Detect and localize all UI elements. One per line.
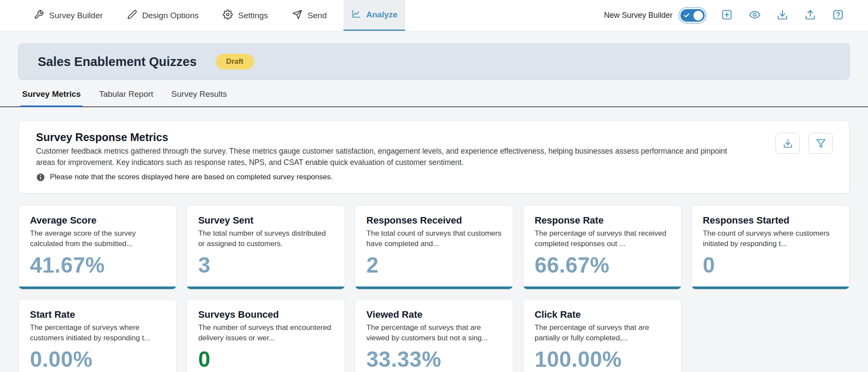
nav-item-send[interactable]: Send [284, 0, 334, 31]
page-title: Sales Enablement Quizzes [38, 55, 197, 69]
new-survey-builder-label: New Survey Builder [604, 11, 673, 20]
line-chart-icon [351, 9, 361, 21]
panel-note: Please note that the scores displayed he… [36, 173, 832, 182]
nav-item-design-options[interactable]: Design Options [119, 0, 207, 31]
export-download-button[interactable] [776, 133, 800, 154]
tab-tabular-report[interactable]: Tabular Report [97, 85, 155, 106]
survey-response-metrics-panel: Survey Response Metrics Customer feedbac… [18, 120, 850, 194]
wrench-icon [34, 10, 44, 22]
metric-card-value: 100.00% [535, 347, 670, 372]
add-square-icon[interactable] [721, 9, 733, 22]
metric-card-description: The percentage of surveys where customer… [30, 323, 165, 343]
metric-card: Viewed Rate The percentage of surveys th… [355, 299, 513, 372]
metric-card-title: Viewed Rate [366, 309, 502, 320]
nav-item-survey-builder[interactable]: Survey Builder [26, 0, 111, 31]
metric-card: Survey Sent The total number of surveys … [186, 205, 345, 290]
metric-card-value: 0 [198, 347, 333, 372]
metric-card-accent [692, 286, 849, 289]
gear-icon [223, 10, 233, 22]
check-icon [683, 12, 690, 19]
metric-card: Responses Received The total count of su… [355, 205, 513, 290]
top-navigation: Survey Builder Design Options Settings S… [0, 0, 868, 31]
toolbar-icons [721, 9, 844, 22]
metric-card: Surveys Bounced The number of surveys th… [186, 299, 345, 372]
panel-actions [776, 133, 833, 154]
metric-card-accent [187, 286, 344, 289]
metric-card-description: The total number of surveys distributed … [198, 228, 333, 249]
metric-card-value: 41.67% [30, 253, 165, 278]
toggle-knob [693, 11, 703, 20]
panel-title: Survey Response Metrics [36, 131, 832, 144]
metric-card-value: 3 [198, 253, 333, 278]
metric-card-value: 33.33% [366, 347, 502, 372]
nav-item-label: Send [307, 11, 327, 20]
filter-button[interactable] [809, 133, 833, 154]
eye-icon[interactable] [749, 9, 760, 22]
status-badge: Draft [216, 54, 254, 69]
pencil-icon [127, 10, 137, 22]
metric-card-accent [355, 286, 513, 289]
metric-card: Average Score The average score of the s… [18, 205, 177, 290]
nav-item-label: Design Options [142, 11, 199, 20]
nav-item-label: Analyze [366, 10, 398, 20]
metric-card: Click Rate The percentage of surveys tha… [523, 299, 681, 372]
nav-item-label: Survey Builder [49, 11, 103, 20]
nav-item-settings[interactable]: Settings [215, 0, 276, 31]
new-survey-builder-toggle-group: New Survey Builder [604, 9, 705, 22]
info-icon [36, 173, 45, 182]
survey-header-banner: Sales Enablement Quizzes Draft [18, 43, 850, 80]
metric-card-title: Click Rate [535, 309, 670, 320]
metric-card-title: Average Score [30, 215, 165, 226]
metric-card-value: 2 [366, 253, 502, 278]
metric-card: Start Rate The percentage of surveys whe… [18, 299, 177, 372]
send-icon [292, 10, 302, 22]
metric-card: Responses Started The count of surveys w… [691, 205, 850, 290]
tab-survey-metrics[interactable]: Survey Metrics [20, 85, 83, 107]
metric-card-title: Surveys Bounced [198, 309, 333, 320]
metric-card-description: The count of surveys where customers ini… [703, 228, 838, 249]
metric-card-value: 66.67% [535, 253, 670, 278]
nav-item-label: Settings [238, 11, 268, 20]
metric-card-title: Survey Sent [198, 215, 333, 226]
metric-card-description: The total count of surveys that customer… [366, 228, 502, 249]
metric-card-title: Start Rate [30, 309, 165, 320]
tab-survey-results[interactable]: Survey Results [170, 85, 229, 106]
metric-card-description: The percentage of surveys that are viewe… [366, 323, 502, 343]
metric-card: Response Rate The percentage of surveys … [523, 205, 681, 290]
metric-card-title: Responses Received [366, 215, 502, 226]
help-icon[interactable] [832, 9, 844, 22]
metric-card-title: Responses Started [703, 215, 838, 226]
new-survey-builder-toggle[interactable] [680, 9, 705, 22]
metric-card-description: The average score of the survey calculat… [30, 228, 165, 249]
upload-icon[interactable] [805, 9, 816, 22]
metric-card-description: The number of surveys that encountered d… [198, 323, 333, 343]
nav-actions: New Survey Builder [604, 0, 844, 31]
panel-description: Customer feedback metrics gathered throu… [36, 145, 739, 168]
nav-tabs: Survey Builder Design Options Settings S… [26, 0, 414, 31]
download-icon [783, 138, 793, 148]
metric-card-description: The percentage of surveys that received … [535, 228, 670, 249]
report-tabs: Survey Metrics Tabular Report Survey Res… [0, 85, 868, 107]
metric-card-accent [523, 286, 681, 289]
metric-card-accent [19, 286, 176, 289]
panel-note-text: Please note that the scores displayed he… [50, 173, 333, 181]
metric-card-description: The percentage of surveys that are parti… [535, 323, 670, 343]
metric-card-value: 0 [703, 253, 838, 278]
download-icon[interactable] [777, 9, 788, 22]
metric-card-title: Response Rate [535, 215, 670, 226]
filter-icon [816, 138, 826, 148]
metric-card-value: 0.00% [30, 347, 165, 372]
metric-cards-grid: Average Score The average score of the s… [18, 205, 850, 372]
nav-item-analyze[interactable]: Analyze [343, 0, 406, 31]
